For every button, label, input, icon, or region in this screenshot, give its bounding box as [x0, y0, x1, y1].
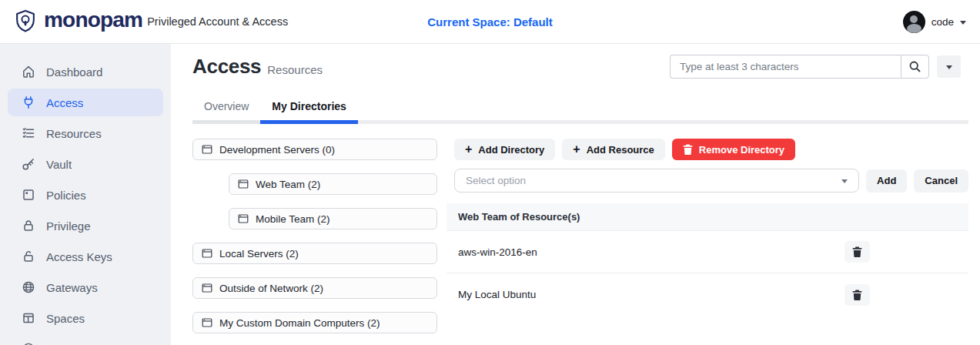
- table-header: Web Team of Resource(s): [447, 203, 968, 231]
- trash-icon: [852, 246, 862, 257]
- sidebar-item-label: Dashboard: [46, 65, 102, 79]
- add-resource-label: Add Resource: [587, 144, 654, 156]
- sidebar-item-access-keys[interactable]: Access Keys: [8, 243, 163, 270]
- directory-icon: [202, 317, 212, 328]
- select-placeholder: Select option: [466, 175, 526, 186]
- remove-directory-label: Remove Directory: [699, 144, 784, 156]
- directory-tree: Development Servers (0) Web Team (2) Mob…: [192, 139, 437, 345]
- note-icon: [22, 188, 35, 202]
- sidebar-item-label: Spaces: [46, 312, 85, 325]
- user-menu[interactable]: code: [903, 11, 966, 33]
- chevron-down-icon: [960, 21, 966, 25]
- add-directory-label: Add Directory: [478, 144, 544, 156]
- top-header: monopam Privileged Account & Access Curr…: [0, 0, 980, 44]
- sidebar-item-spaces[interactable]: Spaces: [8, 304, 163, 332]
- brand-tagline: Privileged Account & Access: [147, 15, 288, 28]
- directory-icon: [238, 179, 249, 189]
- directory-icon: [202, 248, 212, 259]
- trash-icon: [683, 144, 693, 155]
- directory-label: Web Team (2): [256, 179, 320, 190]
- plus-icon: +: [573, 142, 580, 156]
- circle-icon: [22, 342, 35, 345]
- sidebar-item-partial[interactable]: [8, 335, 163, 345]
- list-icon: [22, 126, 35, 140]
- sidebar-item-label: Privilege: [46, 219, 91, 233]
- add-directory-button[interactable]: + Add Directory: [454, 139, 555, 160]
- sidebar-item-label: Resources: [46, 127, 102, 140]
- directory-icon: [202, 283, 212, 293]
- tab-my-directories[interactable]: My Directories: [260, 94, 357, 124]
- cancel-button[interactable]: Cancel: [914, 169, 968, 193]
- home-icon: [22, 65, 35, 79]
- search-group: [670, 55, 961, 79]
- resource-name: aws-win-2016-en: [458, 246, 537, 258]
- directory-development-servers[interactable]: Development Servers (0): [192, 139, 437, 160]
- globe-icon: [22, 280, 35, 294]
- delete-resource-button[interactable]: [845, 284, 870, 306]
- trash-icon: [852, 290, 862, 300]
- chevron-down-icon: [946, 65, 952, 69]
- sidebar-item-gateways[interactable]: Gateways: [8, 273, 163, 301]
- add-button[interactable]: Add: [866, 169, 907, 193]
- directory-web-team[interactable]: Web Team (2): [229, 173, 437, 195]
- add-resource-button[interactable]: + Add Resource: [562, 139, 664, 160]
- sidebar-item-resources[interactable]: Resources: [8, 119, 163, 147]
- search-icon: [908, 60, 921, 73]
- resources-table: Web Team of Resource(s) aws-win-2016-en: [447, 203, 968, 316]
- sidebar-item-access[interactable]: Access: [8, 89, 163, 116]
- directory-panel: + Add Directory + Add Resource: [447, 139, 968, 345]
- sidebar-item-label: Vault: [46, 158, 72, 171]
- unlock-icon: [22, 250, 35, 263]
- search-button[interactable]: [901, 55, 929, 79]
- tab-bar: Overview My Directories: [192, 94, 968, 124]
- directory-label: Development Servers (0): [219, 144, 335, 156]
- sidebar-item-label: Access: [46, 96, 83, 109]
- sidebar-item-label: Policies: [46, 189, 86, 202]
- table-row: My Local Ubuntu: [447, 273, 968, 316]
- page-subtitle: Resources: [267, 63, 323, 79]
- directory-label: My Custom Domain Computers (2): [219, 317, 380, 329]
- username-label: code: [932, 16, 954, 28]
- directory-icon: [238, 213, 249, 224]
- tab-overview[interactable]: Overview: [192, 94, 260, 124]
- directory-label: Local Servers (2): [219, 248, 299, 260]
- avatar: [903, 11, 925, 33]
- brand-name: monopam: [44, 9, 142, 34]
- sidebar-nav: Dashboard Access Resources: [0, 44, 171, 345]
- directory-outside-of-network[interactable]: Outside of Network (2): [192, 277, 437, 299]
- brand-logo[interactable]: monopam: [14, 9, 142, 35]
- sidebar-item-dashboard[interactable]: Dashboard: [8, 58, 163, 85]
- directory-label: Outside of Network (2): [219, 283, 323, 294]
- directory-my-custom-domain-computers[interactable]: My Custom Domain Computers (2): [192, 312, 437, 333]
- remove-directory-button[interactable]: Remove Directory: [672, 139, 795, 160]
- sidebar-item-vault[interactable]: Vault: [8, 150, 163, 178]
- resource-select[interactable]: Select option: [454, 169, 859, 193]
- delete-resource-button[interactable]: [845, 241, 870, 263]
- directory-icon: [202, 144, 212, 155]
- search-input[interactable]: [670, 55, 901, 79]
- directory-mobile-team[interactable]: Mobile Team (2): [229, 208, 437, 229]
- table-row: aws-win-2016-en: [447, 231, 968, 273]
- directory-label: Mobile Team (2): [256, 213, 330, 225]
- page-title: Access: [192, 55, 261, 79]
- tab-track: [358, 120, 968, 124]
- plus-icon: +: [465, 142, 472, 156]
- lock-icon: [22, 219, 35, 233]
- key-icon: [22, 157, 35, 171]
- chevron-down-icon: [841, 179, 848, 183]
- sidebar-item-label: Access Keys: [46, 250, 112, 263]
- search-options-button[interactable]: [937, 55, 961, 78]
- resource-name: My Local Ubuntu: [458, 289, 536, 300]
- main-content: Access Resources Overview My Directories: [171, 44, 980, 345]
- shield-keyhole-icon: [14, 9, 37, 35]
- directory-local-servers[interactable]: Local Servers (2): [192, 243, 437, 264]
- sidebar-item-label: Gateways: [46, 281, 98, 294]
- sidebar-item-policies[interactable]: Policies: [8, 181, 163, 209]
- plug-icon: [22, 95, 35, 109]
- layout-icon: [22, 311, 35, 325]
- sidebar-item-privilege[interactable]: Privilege: [8, 212, 163, 239]
